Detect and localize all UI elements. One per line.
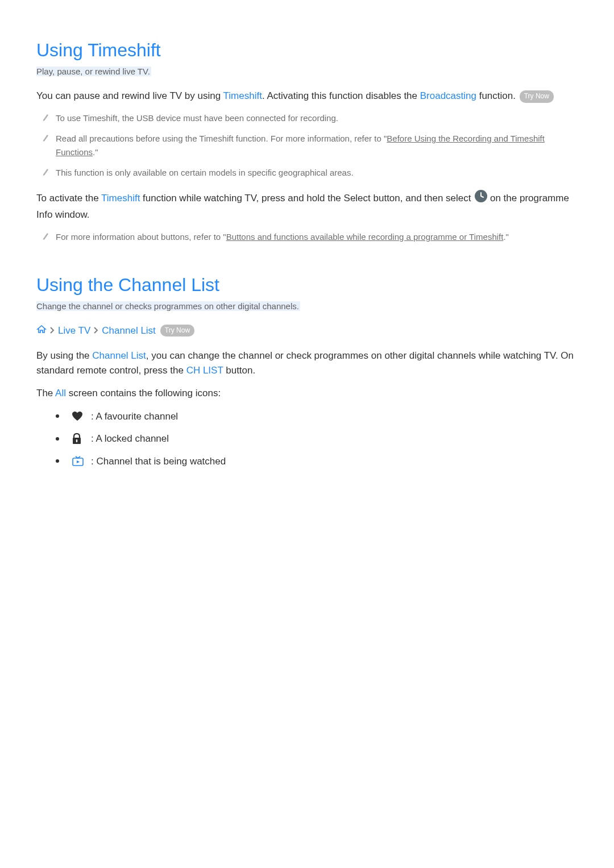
text: ." (93, 147, 98, 157)
paragraph: To activate the Timeshift function while… (36, 190, 578, 222)
term-timeshift: Timeshift (101, 193, 140, 203)
note-item: For more information about buttons, refe… (36, 230, 578, 244)
note-text: To use Timeshift, the USB device must ha… (56, 111, 578, 125)
paragraph: The All screen contains the following ic… (36, 386, 578, 401)
note-item: This function is only available on certa… (36, 166, 578, 180)
note-text: Read all precautions before using the Ti… (56, 132, 578, 159)
note-list: For more information about buttons, refe… (36, 230, 578, 244)
legend-text: : A locked channel (91, 431, 169, 446)
breadcrumb: Live TV Channel List Try Now (36, 323, 578, 338)
text: screen contains the following icons: (66, 388, 221, 398)
bullet-icon (56, 437, 59, 441)
legend-item-favourite: : A favourite channel (56, 409, 578, 424)
section-subtitle: Change the channel or checks programmes … (36, 301, 300, 311)
note-icon-col (36, 230, 56, 240)
term-channel-list: Channel List (92, 350, 146, 361)
legend-text: : A favourite channel (91, 409, 178, 424)
term-ch-list: CH LIST (186, 365, 223, 376)
chevron-right-icon (50, 323, 55, 338)
note-item: Read all precautions before using the Ti… (36, 132, 578, 159)
legend-item-locked: : A locked channel (56, 431, 578, 446)
text: For more information about buttons, refe… (56, 232, 226, 242)
breadcrumb-item[interactable]: Channel List (102, 323, 156, 338)
lock-icon (72, 433, 88, 445)
pencil-note-icon (42, 232, 49, 240)
text: function while watching TV, press and ho… (140, 193, 474, 203)
icon-legend-list: : A favourite channel : A locked channel… (56, 409, 578, 469)
note-list: To use Timeshift, the USB device must ha… (36, 111, 578, 180)
try-now-button[interactable]: Try Now (160, 325, 194, 337)
text: ." (503, 232, 509, 242)
pencil-note-icon (42, 134, 49, 142)
heart-icon (72, 411, 88, 421)
text: . Activating this function disables the (262, 90, 420, 101)
timeshift-clock-icon (475, 190, 487, 207)
section-timeshift: Using Timeshift Play, pause, or rewind l… (36, 36, 578, 244)
chevron-right-icon (94, 323, 98, 338)
paragraph: By using the Channel List, you can chang… (36, 348, 578, 379)
pencil-note-icon (42, 113, 49, 121)
note-icon-col (36, 111, 56, 121)
try-now-button[interactable]: Try Now (520, 90, 554, 103)
section-channel-list: Using the Channel List Change the channe… (36, 271, 578, 468)
section-subtitle-wrap: Change the channel or checks programmes … (36, 300, 578, 313)
tv-play-icon (72, 456, 88, 466)
svg-rect-2 (76, 439, 77, 442)
paragraph: You can pause and rewind live TV by usin… (36, 89, 578, 103)
link-buttons-functions[interactable]: Buttons and functions available while re… (226, 232, 504, 242)
term-all: All (55, 388, 66, 398)
text: You can pause and rewind live TV by usin… (36, 90, 223, 101)
text: button. (223, 365, 256, 376)
note-text: For more information about buttons, refe… (56, 230, 578, 244)
breadcrumb-item[interactable]: Live TV (58, 323, 90, 338)
note-text: This function is only available on certa… (56, 166, 578, 180)
bullet-icon (56, 459, 59, 463)
term-broadcasting: Broadcasting (420, 90, 476, 101)
pencil-note-icon (42, 168, 49, 176)
legend-text: : Channel that is being watched (91, 454, 226, 469)
legend-item-watching: : Channel that is being watched (56, 454, 578, 469)
home-icon[interactable] (36, 323, 47, 338)
note-icon-col (36, 132, 56, 142)
bullet-icon (56, 414, 59, 418)
text: By using the (36, 350, 92, 361)
text: The (36, 388, 55, 398)
text: function. (476, 90, 518, 101)
term-timeshift: Timeshift (223, 90, 262, 101)
note-icon-col (36, 166, 56, 176)
text: To activate the (36, 193, 101, 203)
section-title: Using Timeshift (36, 36, 578, 64)
text: Read all precautions before using the Ti… (56, 134, 387, 143)
note-item: To use Timeshift, the USB device must ha… (36, 111, 578, 125)
section-subtitle-wrap: Play, pause, or rewind live TV. (36, 65, 578, 78)
section-subtitle: Play, pause, or rewind live TV. (36, 67, 151, 76)
section-title: Using the Channel List (36, 271, 578, 298)
